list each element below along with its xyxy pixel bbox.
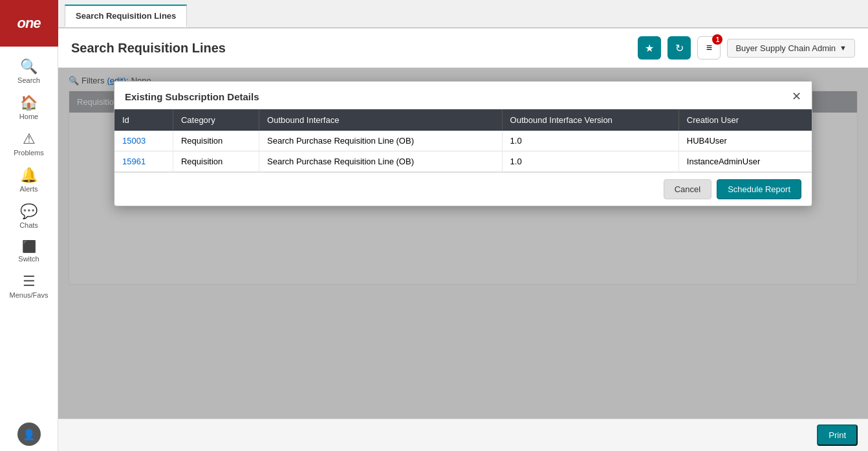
sidebar: one 🔍 Search 🏠 Home ⚠ Problems 🔔 Alerts … [0,0,58,451]
modal-title: Existing Subscription Details [125,91,259,102]
tab-search-requisition-lines[interactable]: Search Requisition Lines [65,5,187,27]
cell-category: Requisition [173,131,259,151]
sidebar-item-label-menus: Menus/Favs [10,291,49,299]
search-icon: 🔍 [20,58,38,75]
page-header: Search Requisition Lines ★ ↻ ≡ 1 Buyer S… [58,28,868,68]
menu-icon: ☰ [23,273,36,290]
col-header-creation-user: Creation User [678,109,812,131]
cancel-button[interactable]: Cancel [664,179,711,199]
notification-menu-button[interactable]: ≡ 1 [697,36,721,60]
main-area: Search Requisition Lines Search Requisit… [58,0,868,451]
col-header-outbound-interface: Outbound Interface [259,109,503,131]
cell-outbound-version: 1.0 [502,151,678,172]
cell-outbound-interface: Search Purchase Requisition Line (OB) [259,151,503,172]
sidebar-item-chats[interactable]: 💬 Chats [0,197,58,233]
sidebar-item-switch[interactable]: ⬛ Switch [0,233,58,267]
modal-existing-subscription: Existing Subscription Details ✕ Id Categ… [114,81,812,206]
cell-id[interactable]: 15003 [114,131,173,151]
table-row: 15003RequisitionSearch Purchase Requisit… [114,131,812,151]
modal-body: Id Category Outbound Interface Outbound … [114,109,812,172]
modal-footer: Cancel Schedule Report [114,172,812,206]
table-row: 15961RequisitionSearch Purchase Requisit… [114,151,812,172]
star-icon: ★ [645,42,654,54]
modal-header: Existing Subscription Details ✕ [114,82,812,109]
sidebar-item-problems[interactable]: ⚠ Problems [0,124,58,160]
app-logo[interactable]: one [0,0,58,47]
bottom-toolbar: Print [58,419,868,451]
sidebar-item-label-chats: Chats [19,221,38,229]
col-header-id: Id [114,109,173,131]
sidebar-item-menus[interactable]: ☰ Menus/Favs [0,267,58,303]
sidebar-item-user[interactable]: 👤 [0,416,58,451]
chat-icon: 💬 [20,203,38,220]
page-title: Search Requisition Lines [71,41,631,56]
sidebar-item-alerts[interactable]: 🔔 Alerts [0,160,58,197]
sidebar-item-label-switch: Switch [18,255,39,263]
col-header-category: Category [173,109,259,131]
bell-icon: 🔔 [20,167,38,184]
content-area: 🔍 Filters (edit): None Requisition Numbe… [58,68,868,419]
modal-close-button[interactable]: ✕ [792,91,801,102]
favorite-button[interactable]: ★ [638,36,661,60]
sidebar-item-home[interactable]: 🏠 Home [0,88,58,124]
refresh-icon: ↻ [675,42,684,54]
sidebar-item-label-problems: Problems [14,149,43,157]
cell-creation-user: HUB4User [678,131,812,151]
cell-outbound-version: 1.0 [502,131,678,151]
warning-icon: ⚠ [23,131,36,148]
subscription-table: Id Category Outbound Interface Outbound … [114,109,812,172]
tab-bar: Search Requisition Lines [58,0,868,28]
user-name: Buyer Supply Chain Admin [735,43,836,53]
print-button[interactable]: Print [817,424,858,446]
logo-text: one [17,15,40,32]
dropdown-arrow-icon: ▼ [840,44,847,52]
cell-outbound-interface: Search Purchase Requisition Line (OB) [259,131,503,151]
cell-id[interactable]: 15961 [114,151,173,172]
sidebar-item-label-home: Home [19,113,38,120]
col-header-outbound-version: Outbound Interface Version [502,109,678,131]
notification-badge: 1 [712,34,722,45]
cell-category: Requisition [173,151,259,172]
cell-creation-user: InstanceAdminUser [678,151,812,172]
switch-icon: ⬛ [22,239,36,254]
sidebar-item-label-alerts: Alerts [19,185,38,193]
sidebar-item-label-search: Search [17,76,40,84]
user-dropdown[interactable]: Buyer Supply Chain Admin ▼ [727,39,855,58]
user-avatar-icon: 👤 [17,423,41,446]
schedule-report-button[interactable]: Schedule Report [717,179,801,199]
home-icon: 🏠 [20,94,38,111]
sidebar-item-search[interactable]: 🔍 Search [0,52,58,88]
modal-overlay: Existing Subscription Details ✕ Id Categ… [58,68,868,419]
refresh-button[interactable]: ↻ [667,36,691,60]
hamburger-icon: ≡ [706,42,712,54]
